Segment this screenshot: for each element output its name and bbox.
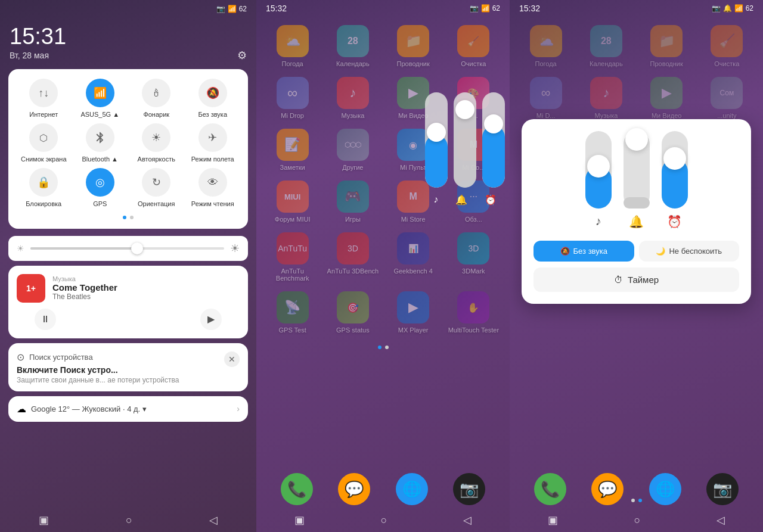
vol-notif-thumb[interactable] (455, 100, 474, 119)
app-notes[interactable]: 📝 Заметки (262, 124, 322, 176)
qs-lock[interactable]: 🔒 Блокировка (18, 168, 70, 208)
notif-device-icon: ⊙ (17, 351, 24, 363)
dock-phone[interactable]: 📞 (281, 473, 313, 505)
dock-camera[interactable]: 📷 (453, 473, 485, 505)
vol-popup-notif-track (624, 131, 650, 209)
brightness-bar[interactable]: ☀ ☀ (8, 236, 248, 261)
app-geek[interactable]: 📊 Geekbench 4 (383, 228, 443, 287)
app-antutu[interactable]: AnTuTu AnTuTu Benchmark (262, 228, 322, 287)
music-next-button[interactable]: ▶ (200, 309, 222, 330)
music-pause-button[interactable]: ⏸ (35, 309, 56, 330)
app-cleaner-icon: 🧹 (457, 25, 489, 57)
qs-wifi[interactable]: 📶 ASUS_5G ▲ (75, 79, 126, 119)
weather-card[interactable]: ☁ Google 12° — Жуковский · 4 д. ▾ › (8, 396, 248, 422)
vol-popup-music-thumb[interactable] (587, 155, 610, 178)
mid-nav-back[interactable]: ◁ (463, 514, 472, 527)
app-3dmark[interactable]: 3D 3DMark (443, 228, 504, 287)
app-cleaner-label: Очистка (461, 60, 486, 67)
vol-popup-alarm[interactable]: ⏰ (662, 131, 688, 229)
qs-airplane-label: Режим полета (191, 155, 234, 163)
vol-music-thumb[interactable] (427, 123, 446, 142)
music-info: 1+ Музыка Come Together The Beatles (17, 274, 240, 303)
left-nav-home[interactable]: ○ (126, 514, 132, 527)
qs-airplane[interactable]: ✈ Режим полета (187, 123, 239, 163)
app-3dmark-icon: 3D (457, 232, 489, 265)
left-nav-back[interactable]: ◁ (209, 514, 218, 527)
app-midrop-icon: ∞ (277, 77, 309, 109)
right-nav-back[interactable]: ◁ (717, 514, 725, 527)
app-files[interactable]: 📁 Проводник (383, 20, 443, 72)
app-antutu3d[interactable]: 3D AnTuTu 3DBench (322, 228, 383, 287)
vol-music-icon: ♪ (433, 194, 438, 206)
app-gpstest-icon: 📡 (277, 291, 309, 323)
vol-popup-notif[interactable]: 🔔 (624, 131, 650, 229)
app-midrop-label: Mi Drop (281, 112, 304, 119)
silent-mode-button[interactable]: 🔕 Без звука (534, 241, 634, 262)
qs-internet-icon: ↑↓ (29, 79, 58, 107)
r-app-midrop-icon: ∞ (530, 77, 562, 109)
app-files-label: Проводник (397, 60, 430, 67)
qs-silent[interactable]: 🔕 Без звука (187, 79, 239, 119)
right-time: 15:32 (519, 4, 540, 13)
qs-gps[interactable]: ◎ GPS (75, 168, 126, 208)
notif-close-button[interactable]: ✕ (224, 351, 240, 367)
app-other[interactable]: ⬡⬡⬡ Другие (322, 124, 383, 176)
settings-icon[interactable]: ⚙ (237, 49, 247, 62)
app-music-icon: ♪ (337, 77, 369, 109)
brightness-high-icon: ☀ (230, 242, 240, 255)
vol-popup-sliders: ♪ 🔔 ⏰ (534, 131, 739, 229)
app-games[interactable]: 🎮 Игры (322, 176, 383, 228)
qs-rotation[interactable]: ↻ Ориентация (131, 168, 182, 208)
dock-messages[interactable]: 💬 (338, 473, 370, 505)
vol-media-slider[interactable] (482, 92, 505, 188)
vol-popup-music[interactable]: ♪ (585, 131, 612, 229)
vol-popup-alarm-thumb[interactable] (663, 147, 686, 170)
left-status-bar: 📷 📶 62 (0, 0, 256, 15)
app-midrop[interactable]: ∞ Mi Drop (262, 72, 322, 124)
mid-nav-bar: ▣ ○ ◁ (256, 508, 510, 532)
vol-notif-slider[interactable] (454, 92, 476, 188)
mid-status-icons: 📷 📶 62 (470, 4, 500, 13)
qs-wifi-label: ASUS_5G ▲ (80, 111, 119, 119)
mid-nav-recents[interactable]: ▣ (294, 514, 305, 527)
timer-button[interactable]: ⏱ Таймер (534, 267, 739, 292)
brightness-thumb[interactable] (131, 242, 143, 254)
qs-dot-1 (123, 216, 126, 219)
dnd-mode-icon: 🌙 (656, 247, 665, 256)
app-mipult-label: Mi Пульт (400, 164, 426, 171)
app-weather[interactable]: ⛅ Погода (262, 20, 322, 72)
mid-nav-home[interactable]: ○ (381, 514, 387, 527)
vol-media-thumb[interactable] (484, 114, 503, 133)
qs-bluetooth-label: Bluetooth ▲ (82, 155, 118, 163)
qs-flashlight[interactable]: 🕯 Фонарик (131, 79, 182, 119)
volume-popup: ♪ 🔔 ⏰ 🔕 Без зв (522, 119, 751, 304)
qs-dot-2 (130, 216, 134, 219)
qs-gps-icon: ◎ (86, 168, 114, 197)
app-cleaner[interactable]: 🧹 Очистка (443, 20, 504, 72)
app-antutu-icon: AnTuTu (277, 232, 309, 265)
dnd-mode-button[interactable]: 🌙 Не беспокоить (639, 241, 740, 262)
right-nav-home[interactable]: ○ (634, 514, 641, 527)
app-miui[interactable]: MIUI Форум MIUI (262, 176, 322, 228)
left-nav-recents[interactable]: ▣ (39, 514, 49, 527)
app-gpsstatus-icon: 🎯 (337, 291, 369, 323)
app-music[interactable]: ♪ Музыка (322, 72, 383, 124)
right-dot-1 (631, 499, 635, 502)
qs-bluetooth[interactable]: Bluetooth ▲ (75, 123, 126, 163)
vol-music-slider[interactable] (425, 92, 448, 188)
qs-brightness[interactable]: ☀ Автояркость (131, 123, 182, 163)
app-calendar-icon: 28 (337, 25, 369, 57)
qs-screenshot[interactable]: ⬡ Снимок экрана (18, 123, 70, 163)
qs-internet[interactable]: ↑↓ Интернет (18, 79, 70, 119)
app-mxplayer[interactable]: ▶ MX Player (383, 287, 443, 338)
right-nav-recents[interactable]: ▣ (548, 514, 558, 527)
app-calendar[interactable]: 28 Календарь (322, 20, 383, 72)
dock-browser[interactable]: 🌐 (396, 473, 428, 505)
app-gpstest[interactable]: 📡 GPS Test (262, 287, 322, 338)
app-gpsstatus[interactable]: 🎯 GPS status (322, 287, 383, 338)
r-app-music-icon: ♪ (590, 77, 622, 109)
vol-popup-notif-thumb[interactable] (625, 128, 648, 151)
qs-reading[interactable]: 👁 Режим чтения (187, 168, 239, 208)
brightness-track[interactable] (30, 247, 224, 250)
app-multitouch[interactable]: ✋ MultiTouch Tester (443, 287, 504, 338)
